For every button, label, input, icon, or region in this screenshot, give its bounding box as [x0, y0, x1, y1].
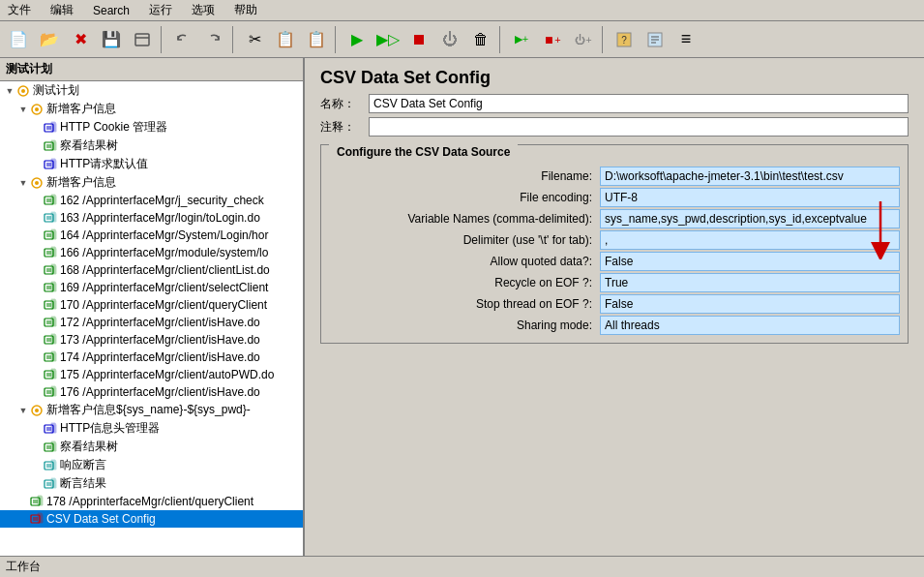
start-button[interactable]: ▶: [343, 25, 372, 54]
config-field-value[interactable]: False: [600, 252, 900, 271]
main-layout: 测试计划 ▼测试计划▼新增客户信息HTTP Cookie 管理器察看结果树HTT…: [0, 58, 924, 556]
stop-button[interactable]: ⏹: [404, 25, 433, 54]
tree-item-label: 断言结果: [60, 475, 106, 492]
tree-item-label: 163 /ApprinterfaceMgr/login/toLogin.do: [60, 211, 260, 225]
menu-help[interactable]: 帮助: [230, 0, 261, 20]
config-field-value[interactable]: UTF-8: [600, 188, 900, 207]
new-button[interactable]: 📄: [4, 25, 33, 54]
tree-item-icon: [43, 193, 58, 208]
open-button[interactable]: 📂: [35, 25, 64, 54]
tree-item-item164[interactable]: 164 /ApprinterfaceMgr/System/Login/hor: [0, 227, 303, 244]
tree-item-label: 173 /ApprinterfaceMgr/client/isHave.do: [60, 333, 260, 347]
tree-item-label: 察看结果树: [60, 137, 118, 154]
tree-item-item168[interactable]: 168 /ApprinterfaceMgr/client/clientList.…: [0, 261, 303, 279]
tree-item-item162[interactable]: 162 /ApprinterfaceMgr/j_security_check: [0, 192, 303, 209]
tree-item-item169[interactable]: 169 /ApprinterfaceMgr/client/selectClien…: [0, 279, 303, 296]
statusbar-label: 工作台: [6, 559, 41, 575]
tree-item-new-customer[interactable]: ▼新增客户信息: [0, 100, 303, 118]
cut-button[interactable]: ✂: [240, 25, 269, 54]
tree-item-label: 172 /ApprinterfaceMgr/client/isHave.do: [60, 316, 260, 329]
tree-item-csv-config[interactable]: CSV Data Set Config: [0, 510, 303, 528]
config-field-value[interactable]: D:\worksoft\apache-jmeter-3.1\bin\test\t…: [600, 167, 900, 186]
tree-item-label: 170 /ApprinterfaceMgr/client/queryClient: [60, 298, 267, 312]
config-field-value[interactable]: All threads: [600, 316, 900, 335]
csv-section: Configure the CSV Data Source Filename:D…: [320, 144, 909, 344]
redo-button[interactable]: [199, 25, 228, 54]
config-field-value[interactable]: True: [600, 273, 900, 292]
menu-run[interactable]: 运行: [145, 0, 176, 20]
tree-item-label: 174 /ApprinterfaceMgr/client/isHave.do: [60, 350, 260, 364]
tree-item-item166[interactable]: 166 /ApprinterfaceMgr/module/system/lo: [0, 244, 303, 261]
tree-item-icon: [43, 367, 58, 382]
tree-item-plan[interactable]: ▼测试计划: [0, 81, 303, 100]
tree-item-label: HTTP请求默认值: [60, 156, 148, 172]
shutdown-button[interactable]: ⏻: [435, 25, 464, 54]
menu-file[interactable]: 文件: [4, 0, 35, 20]
tree-item-item163[interactable]: 163 /ApprinterfaceMgr/login/toLogin.do: [0, 209, 303, 227]
tree-item-view-result[interactable]: 察看结果树: [0, 137, 303, 155]
tree-item-icon: [29, 511, 45, 527]
section-content: Filename:D:\worksoft\apache-jmeter-3.1\b…: [321, 161, 908, 343]
remote-shutdown-button[interactable]: ⏻+: [569, 25, 598, 54]
tree-item-icon: [43, 458, 58, 473]
tree-item-label: 162 /ApprinterfaceMgr/j_security_check: [60, 194, 264, 207]
tree-item-icon: [43, 262, 58, 278]
close-button[interactable]: ✖: [66, 25, 95, 54]
tree-item-new-customer2[interactable]: ▼新增客户信息: [0, 173, 303, 192]
tree-item-icon: [29, 403, 45, 418]
tree-item-item172[interactable]: 172 /ApprinterfaceMgr/client/isHave.do: [0, 314, 303, 331]
sep3: [335, 26, 339, 53]
tree-item-item176[interactable]: 176 /ApprinterfaceMgr/client/isHave.do: [0, 383, 303, 401]
tree-item-response-assert[interactable]: 响应断言: [0, 456, 303, 474]
config-field-label: Filename:: [329, 169, 600, 183]
svg-text:?: ?: [621, 35, 627, 46]
remote-start-button[interactable]: ▶+: [507, 25, 536, 54]
name-row: 名称：: [320, 94, 909, 113]
start-nopause-button[interactable]: ▶▷: [373, 25, 402, 54]
comment-label: 注释：: [320, 119, 369, 136]
name-input[interactable]: [369, 94, 909, 113]
config-field-row-7: Sharing mode:All threads: [329, 316, 900, 335]
tree-item-label: 178 /ApprinterfaceMgr/client/queryClient: [46, 495, 253, 508]
config-field-value[interactable]: ,: [600, 230, 900, 250]
tree-item-item178[interactable]: 178 /ApprinterfaceMgr/client/queryClient: [0, 493, 303, 510]
config-field-label: Stop thread on EOF ?:: [329, 297, 600, 311]
save-button[interactable]: 💾: [97, 25, 126, 54]
config-field-value[interactable]: False: [600, 294, 900, 314]
menu-search[interactable]: Search: [89, 2, 134, 19]
tree-item-item174[interactable]: 174 /ApprinterfaceMgr/client/isHave.do: [0, 349, 303, 366]
tree-item-item170[interactable]: 170 /ApprinterfaceMgr/client/queryClient: [0, 296, 303, 314]
menu-edit[interactable]: 编辑: [46, 0, 77, 20]
tree-arrow: ▼: [17, 406, 29, 415]
list-button[interactable]: ≡: [671, 25, 700, 54]
tree-item-label: 169 /ApprinterfaceMgr/client/selectClien…: [60, 281, 268, 294]
help-button[interactable]: ?: [610, 25, 639, 54]
menu-options[interactable]: 选项: [188, 0, 219, 20]
comment-input[interactable]: [369, 117, 909, 137]
tree-item-assert-result[interactable]: 断言结果: [0, 474, 303, 493]
tree-item-view-result2[interactable]: 察看结果树: [0, 438, 303, 456]
menubar: 文件 编辑 Search 运行 选项 帮助: [0, 0, 924, 21]
tree-item-icon: [29, 175, 45, 191]
copy-button[interactable]: 📋: [271, 25, 300, 54]
tree-item-new-customer-var[interactable]: ▼新增客户信息${sys_name}-${sys_pwd}-: [0, 401, 303, 419]
tree-item-http-defaults[interactable]: HTTP请求默认值: [0, 155, 303, 173]
tree-item-http-header-mgr[interactable]: HTTP信息头管理器: [0, 419, 303, 438]
section-title: Configure the CSV Data Source: [329, 143, 518, 161]
tree-item-item173[interactable]: 173 /ApprinterfaceMgr/client/isHave.do: [0, 331, 303, 349]
browse-button[interactable]: [128, 25, 157, 54]
tree-item-http-cookie[interactable]: HTTP Cookie 管理器: [0, 118, 303, 137]
remote-stop-button[interactable]: ⏹+: [538, 25, 567, 54]
tree-item-icon: [43, 157, 58, 172]
config-field-row-2: Variable Names (comma-delimited):sys_nam…: [329, 209, 900, 228]
clear-button[interactable]: 🗑: [466, 25, 495, 54]
tree-container: ▼测试计划▼新增客户信息HTTP Cookie 管理器察看结果树HTTP请求默认…: [0, 81, 303, 528]
paste-button[interactable]: 📋: [302, 25, 331, 54]
tree-item-label: CSV Data Set Config: [46, 512, 156, 526]
config-field-value[interactable]: sys_name,sys_pwd,description,sys_id,exce…: [600, 209, 900, 228]
svg-point-60: [35, 409, 39, 412]
config-field-label: Delimiter (use '\t' for tab):: [329, 233, 600, 247]
template-button[interactable]: [641, 25, 670, 54]
undo-button[interactable]: [168, 25, 197, 54]
tree-item-item175[interactable]: 175 /ApprinterfaceMgr/client/autoPWD.do: [0, 366, 303, 383]
